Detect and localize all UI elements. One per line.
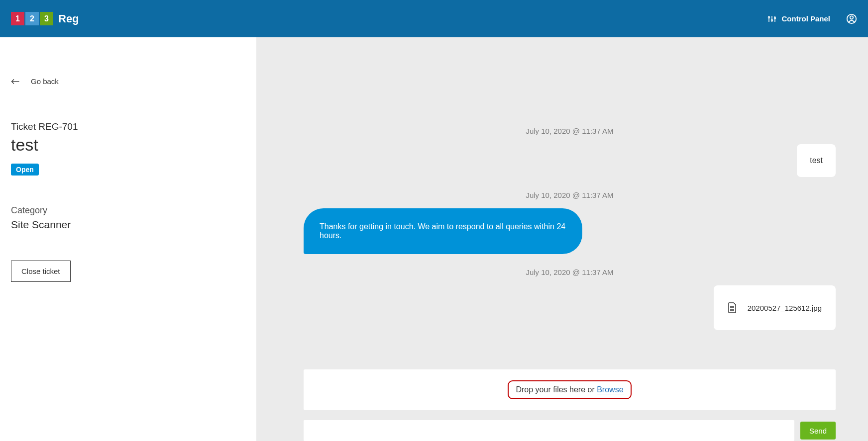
control-panel-label: Control Panel (781, 14, 830, 23)
file-icon (728, 302, 737, 313)
svg-point-5 (774, 17, 776, 19)
logo-box-3: 3 (40, 12, 53, 25)
ticket-title: test (11, 135, 245, 155)
send-button[interactable]: Send (800, 422, 836, 440)
logo-box-2: 2 (25, 12, 39, 25)
main-layout: Go back Ticket REG-701 test Open Categor… (0, 37, 868, 441)
message-row: 20200527_125612.jpg (304, 285, 836, 330)
dropzone-text: Drop your files here or (516, 385, 597, 394)
svg-point-3 (768, 16, 770, 18)
go-back-link[interactable]: Go back (11, 77, 245, 86)
go-back-label: Go back (31, 77, 59, 86)
control-panel-link[interactable]: Control Panel (767, 14, 830, 23)
message-timestamp: July 10, 2020 @ 11:37 AM (304, 268, 836, 276)
user-message: test (797, 144, 836, 177)
file-dropzone[interactable]: Drop your files here or Browse (304, 369, 836, 410)
attachment-filename: 20200527_125612.jpg (748, 304, 822, 312)
message-timestamp: July 10, 2020 @ 11:37 AM (304, 191, 836, 199)
header-bar: 1 2 3 Reg Control Panel (0, 0, 868, 37)
close-ticket-button[interactable]: Close ticket (11, 261, 71, 282)
compose-row: Send (304, 420, 836, 441)
message-row: test (304, 144, 836, 177)
header-right: Control Panel (767, 13, 857, 24)
status-badge: Open (11, 164, 39, 176)
arrow-left-icon (11, 78, 20, 85)
category-value: Site Scanner (11, 219, 245, 231)
message-timestamp: July 10, 2020 @ 11:37 AM (304, 127, 836, 135)
svg-point-4 (771, 19, 773, 21)
logo-text: Reg (58, 12, 79, 25)
ticket-number: Ticket REG-701 (11, 121, 245, 132)
logo[interactable]: 1 2 3 Reg (11, 12, 79, 25)
logo-box-1: 1 (11, 12, 24, 25)
dropzone-highlight: Drop your files here or Browse (508, 380, 631, 399)
attachment-message[interactable]: 20200527_125612.jpg (714, 285, 836, 330)
sliders-icon (767, 14, 776, 23)
user-icon[interactable] (846, 13, 857, 24)
svg-point-7 (850, 16, 853, 19)
messages-area: July 10, 2020 @ 11:37 AM test July 10, 2… (256, 37, 868, 369)
sidebar: Go back Ticket REG-701 test Open Categor… (0, 37, 256, 441)
message-row: Thanks for getting in touch. We aim to r… (304, 208, 836, 254)
agent-message: Thanks for getting in touch. We aim to r… (304, 208, 582, 254)
content-area: July 10, 2020 @ 11:37 AM test July 10, 2… (256, 37, 868, 441)
message-input[interactable] (304, 420, 794, 441)
category-label: Category (11, 205, 245, 216)
browse-link[interactable]: Browse (597, 385, 623, 394)
